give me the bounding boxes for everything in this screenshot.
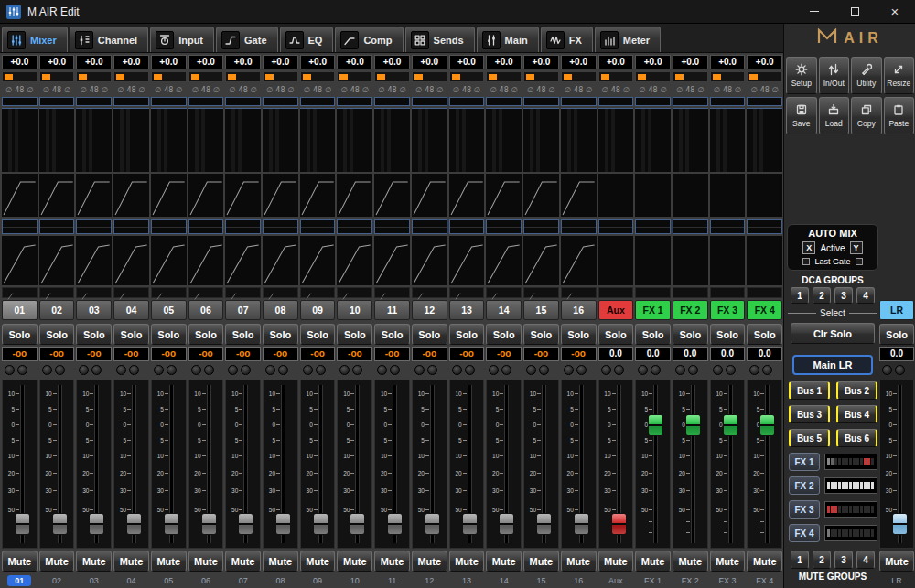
- gain-display[interactable]: +0.0: [635, 55, 671, 69]
- comp-curve-thumbnail[interactable]: [747, 236, 782, 285]
- channel-name[interactable]: 13: [449, 573, 485, 588]
- pan-knob[interactable]: [749, 365, 759, 375]
- channel-name[interactable]: 02: [39, 573, 75, 588]
- gain-display[interactable]: +0.0: [747, 55, 782, 69]
- mute-button[interactable]: Mute: [76, 551, 112, 572]
- dca-group-2-button[interactable]: 2: [813, 287, 831, 304]
- channel-number[interactable]: FX 3: [710, 300, 746, 320]
- channel-name[interactable]: 09: [300, 573, 336, 588]
- inout-button[interactable]: In/Out: [819, 57, 850, 94]
- solo-button[interactable]: Solo: [412, 324, 447, 345]
- mute-group-2-button[interactable]: 2: [813, 551, 831, 569]
- pan-knob[interactable]: [79, 365, 89, 375]
- pan-slider[interactable]: [635, 71, 671, 82]
- gain-display[interactable]: +0.0: [673, 55, 708, 69]
- solo-button[interactable]: Solo: [673, 324, 708, 345]
- solo-button[interactable]: Solo: [337, 324, 372, 345]
- mute-button[interactable]: Mute: [337, 551, 372, 572]
- mute-button[interactable]: Mute: [113, 551, 149, 572]
- bus-4-select-button[interactable]: Bus 4: [836, 405, 877, 423]
- comp-curve-thumbnail[interactable]: [225, 236, 261, 285]
- solo-button[interactable]: Solo: [523, 324, 559, 345]
- fader-cap[interactable]: [350, 513, 365, 535]
- channel-name[interactable]: 16: [561, 573, 597, 588]
- fader-cap[interactable]: [164, 513, 179, 535]
- solo-button[interactable]: Solo: [747, 324, 782, 345]
- mute-button[interactable]: Mute: [486, 551, 522, 572]
- pan-knob[interactable]: [42, 365, 52, 375]
- gain-display[interactable]: +0.0: [412, 55, 447, 69]
- gate-curve-thumbnail[interactable]: [412, 174, 447, 217]
- pan-knob[interactable]: [895, 365, 905, 375]
- fader-cap[interactable]: [892, 513, 908, 535]
- channel-number[interactable]: FX 1: [635, 300, 671, 320]
- comp-curve-thumbnail[interactable]: [113, 236, 149, 285]
- gate-curve-thumbnail[interactable]: [188, 174, 224, 217]
- comp-curve-thumbnail[interactable]: [486, 236, 522, 285]
- channel-number[interactable]: Aux: [598, 300, 634, 320]
- gate-curve-thumbnail[interactable]: [635, 174, 671, 217]
- comp-curve-thumbnail[interactable]: [337, 236, 372, 285]
- gate-curve-thumbnail[interactable]: [449, 174, 485, 217]
- pan-knob[interactable]: [154, 365, 164, 375]
- pan-knob[interactable]: [762, 365, 772, 375]
- mute-button[interactable]: Mute: [374, 551, 410, 572]
- channel-name[interactable]: 07: [225, 573, 261, 588]
- eq-thumbnail[interactable]: [374, 219, 410, 234]
- pan-slider[interactable]: [225, 71, 261, 82]
- fader-cap[interactable]: [425, 513, 440, 535]
- pan-knob[interactable]: [116, 365, 126, 375]
- gate-curve-thumbnail[interactable]: [673, 174, 708, 217]
- pan-slider[interactable]: [300, 71, 336, 82]
- eq-thumbnail[interactable]: [486, 219, 522, 234]
- fx-4-select-button[interactable]: FX 4: [789, 524, 820, 542]
- tab-channel[interactable]: Channel: [70, 27, 148, 52]
- comp-curve-thumbnail[interactable]: [76, 236, 112, 285]
- eq-thumbnail[interactable]: [561, 219, 597, 234]
- eq-thumbnail[interactable]: [449, 219, 485, 234]
- paste-button[interactable]: Paste: [884, 97, 915, 134]
- pan-knob[interactable]: [129, 365, 139, 375]
- channel-name[interactable]: 01: [2, 573, 38, 588]
- pan-knob[interactable]: [55, 365, 65, 375]
- fx-1-select-button[interactable]: FX 1: [789, 453, 820, 471]
- eq-thumbnail[interactable]: [151, 219, 187, 234]
- pan-knob[interactable]: [526, 365, 536, 375]
- gain-display[interactable]: +0.0: [486, 55, 522, 69]
- eq-thumbnail[interactable]: [337, 219, 372, 234]
- fx-2-select-button[interactable]: FX 2: [789, 476, 820, 495]
- gate-curve-thumbnail[interactable]: [710, 174, 746, 217]
- gate-curve-thumbnail[interactable]: [225, 174, 261, 217]
- pan-knob[interactable]: [265, 365, 275, 375]
- gate-curve-thumbnail[interactable]: [263, 174, 298, 217]
- eq-thumbnail[interactable]: [263, 219, 298, 234]
- pan-knob[interactable]: [564, 365, 574, 375]
- pan-knob[interactable]: [352, 365, 362, 375]
- eq-thumbnail[interactable]: [710, 219, 746, 234]
- pan-knob[interactable]: [651, 365, 661, 375]
- fader-cap[interactable]: [648, 414, 663, 436]
- comp-curve-thumbnail[interactable]: [449, 236, 485, 285]
- gain-display[interactable]: +0.0: [39, 55, 75, 69]
- eq-thumbnail[interactable]: [523, 219, 559, 234]
- tab-input[interactable]: Input: [150, 27, 214, 52]
- mute-group-4-button[interactable]: 4: [856, 551, 875, 569]
- tab-meter[interactable]: Meter: [595, 27, 661, 52]
- comp-curve-thumbnail[interactable]: [635, 236, 671, 285]
- clear-solo-button[interactable]: Clr Solo: [791, 323, 875, 344]
- pan-knob[interactable]: [688, 365, 698, 375]
- pan-slider[interactable]: [598, 71, 634, 82]
- solo-button[interactable]: Solo: [710, 324, 746, 345]
- gain-display[interactable]: +0.0: [2, 55, 38, 69]
- fader-cap[interactable]: [89, 513, 104, 535]
- mute-button[interactable]: Mute: [151, 551, 187, 572]
- mute-button[interactable]: Mute: [2, 551, 38, 572]
- pan-knob[interactable]: [241, 365, 251, 375]
- channel-name[interactable]: FX 2: [673, 573, 708, 588]
- solo-button[interactable]: Solo: [635, 324, 671, 345]
- gate-curve-thumbnail[interactable]: [113, 174, 149, 217]
- comp-curve-thumbnail[interactable]: [39, 236, 75, 285]
- mute-button[interactable]: Mute: [879, 551, 914, 572]
- channel-number[interactable]: FX 2: [673, 300, 708, 320]
- gate-curve-thumbnail[interactable]: [523, 174, 559, 217]
